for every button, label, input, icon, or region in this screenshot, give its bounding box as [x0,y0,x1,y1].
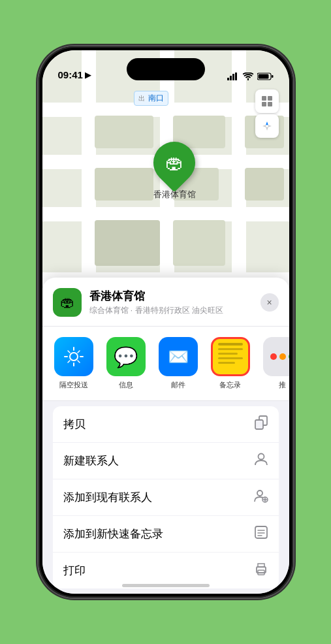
compass-icon [261,120,273,132]
action-add-existing[interactable]: 添加到现有联系人 [53,479,279,516]
close-button[interactable]: × [260,293,279,312]
svg-rect-9 [262,102,266,106]
quick-memo-label: 添加到新快速备忘录 [63,526,163,541]
share-airdrop[interactable]: 隔空投送 [53,337,95,390]
copy-label: 拷贝 [63,417,86,432]
location-pin: 🏟 香港体育馆 [153,142,196,201]
airdrop-icon [54,337,93,376]
person-add-symbol [254,489,268,503]
action-list: 拷贝 新建联系人 [53,406,279,588]
mail-label: 邮件 [171,380,185,390]
messages-label: 信息 [119,380,133,390]
battery-icon [257,72,274,80]
more-label: 推 [279,380,286,390]
location-description: 综合体育馆 · 香港特别行政区 油尖旺区 [89,305,253,316]
svg-rect-23 [255,526,267,538]
map-exit-label: 出 南口 [134,91,168,106]
svg-point-18 [258,454,264,460]
location-button[interactable] [255,114,279,138]
time-display: 09:41 [58,69,83,80]
venue-icon: 🏟 [53,288,82,317]
print-label: 打印 [63,563,86,578]
home-indicator [122,584,210,587]
stadium-icon: 🏟 [165,152,183,174]
signal-icon [227,72,239,80]
action-quick-memo[interactable]: 添加到新快速备忘录 [53,516,279,553]
status-icons [227,72,274,80]
wifi-icon [243,72,253,80]
svg-point-19 [257,491,262,496]
map-view-toggle[interactable] [255,89,279,113]
location-info: 香港体育馆 综合体育馆 · 香港特别行政区 油尖旺区 [89,289,253,316]
pin-bubble: 🏟 [145,133,204,193]
add-existing-label: 添加到现有联系人 [63,490,152,505]
svg-marker-12 [266,127,268,131]
svg-rect-5 [272,75,274,78]
memo-symbol [254,525,268,539]
share-messages[interactable]: 💬 信息 [105,337,147,390]
action-new-contact[interactable]: 新建联系人 [53,443,279,479]
svg-point-15 [70,353,78,361]
svg-rect-7 [262,96,266,101]
svg-rect-2 [232,74,234,80]
copy-icon [254,415,268,433]
print-symbol [254,562,268,576]
location-name: 香港体育馆 [89,289,253,304]
new-contact-label: 新建联系人 [63,453,119,468]
bottom-sheet: 🏟 香港体育馆 综合体育馆 · 香港特别行政区 油尖旺区 × [42,278,289,594]
more-dot-orange [279,353,286,360]
share-notes[interactable]: 备忘录 [210,337,251,390]
more-dot-green [289,353,289,360]
more-dot-red [270,353,277,360]
person-add-icon [254,489,268,506]
notes-icon [211,337,250,376]
location-header: 🏟 香港体育馆 综合体育馆 · 香港特别行政区 油尖旺区 × [42,278,289,327]
svg-rect-10 [268,102,272,106]
phone-screen: 09:41 ▶ [42,50,289,594]
map-label-text: 南口 [148,93,164,103]
notes-label: 备忘录 [219,380,241,390]
share-more[interactable]: 推 [262,337,289,390]
map-controls [255,89,279,138]
action-copy[interactable]: 拷贝 [53,406,279,443]
action-print[interactable]: 打印 [53,553,279,588]
more-icon [263,337,289,376]
share-mail[interactable]: ✉️ 邮件 [157,337,199,390]
dynamic-island [127,58,205,80]
close-icon: × [266,297,272,308]
memo-icon [254,525,268,543]
svg-rect-1 [230,76,232,80]
share-row: 隔空投送 💬 信息 ✉️ 邮件 [42,327,289,401]
airdrop-symbol [64,347,84,366]
copy-symbol [254,415,268,430]
svg-rect-0 [227,78,229,80]
svg-marker-11 [266,121,268,125]
map-layers-icon [260,95,274,108]
person-icon [254,452,268,470]
svg-rect-17 [255,420,263,429]
svg-marker-14 [268,125,272,127]
phone-frame: 09:41 ▶ [39,46,293,598]
print-icon [254,562,268,579]
location-arrow-icon: ▶ [85,71,91,80]
person-symbol [254,452,268,466]
svg-rect-8 [268,96,272,101]
svg-rect-6 [258,74,268,79]
svg-rect-3 [235,72,237,80]
airdrop-label: 隔空投送 [59,380,88,390]
status-time: 09:41 ▶ [58,69,91,80]
svg-marker-13 [262,125,266,127]
messages-icon: 💬 [106,337,146,376]
mail-icon: ✉️ [159,337,198,376]
